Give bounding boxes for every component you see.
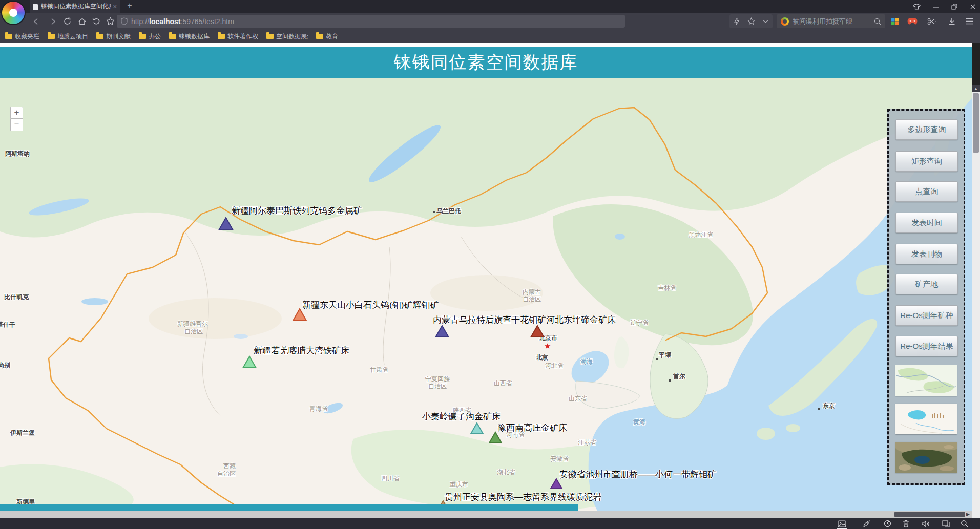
zoom-in-button[interactable]: +	[10, 107, 23, 119]
search-box[interactable]: 被间谍利用拍摄军舰	[777, 14, 885, 28]
page-footer-strip	[0, 504, 578, 511]
city-dot	[656, 358, 658, 360]
query-button[interactable]: Re-Os测年结果	[895, 336, 958, 356]
deposit-marker[interactable]	[550, 478, 563, 492]
url-text: http://localhost:59765/test2.htm	[131, 17, 234, 26]
history-restore-icon[interactable]	[882, 519, 893, 528]
folder-icon	[169, 34, 176, 39]
split-window-icon[interactable]	[940, 519, 951, 528]
screenshot-scissors-icon[interactable]	[924, 13, 940, 30]
search-icon[interactable]	[874, 18, 881, 25]
query-button[interactable]: 矿产地	[895, 274, 958, 294]
bookmark-label: 收藏夹栏	[15, 32, 39, 41]
satellite-basemap-thumbnail[interactable]	[895, 442, 957, 473]
refresh-button[interactable]	[60, 13, 74, 30]
map-zoom-control: + −	[10, 107, 23, 131]
minimize-button[interactable]	[933, 4, 939, 10]
page-viewport: 铼锇同位素空间数据库	[0, 43, 972, 518]
deposit-marker[interactable]	[435, 325, 449, 340]
bookmark-folder-item[interactable]: 教育	[316, 32, 338, 41]
query-button[interactable]: 发表刊物	[895, 244, 958, 264]
back-button[interactable]	[30, 13, 43, 30]
tool-panel: 多边形查询矩形查询点查询发表时间发表刊物矿产地Re-Os测年矿种Re-Os测年结…	[887, 109, 965, 485]
folder-icon	[48, 34, 55, 39]
folder-icon	[266, 34, 274, 39]
new-tab-button[interactable]: +	[124, 1, 135, 10]
deposit-marker[interactable]	[530, 325, 545, 340]
page-search-icon[interactable]	[958, 519, 970, 528]
light-basemap-thumbnail[interactable]	[895, 404, 957, 434]
bookmark-label: 地质云项目	[57, 32, 88, 41]
browser-logo-icon[interactable]	[2, 2, 25, 24]
games-icon[interactable]	[906, 13, 919, 30]
bookmark-folder-item[interactable]: 地质云项目	[48, 32, 88, 41]
street-basemap-thumbnail[interactable]	[895, 365, 957, 396]
zoom-out-button[interactable]: −	[10, 119, 23, 131]
search-engine-logo-icon	[781, 17, 789, 26]
bookmark-folder-item[interactable]: 空间数据展示	[266, 32, 308, 41]
trash-cleaner-icon[interactable]	[900, 519, 911, 528]
deposit-marker[interactable]	[470, 422, 484, 437]
browser-titlebar: 铼锇同位素数据库空间化展示 × +	[0, 0, 980, 13]
bookmarks-bar: 收藏夹栏地质云项目期刊文献办公铼锇数据库软件著作权空间数据展示教育	[0, 30, 980, 43]
bookmark-folder-item[interactable]: 期刊文献	[96, 32, 131, 41]
vertical-scrollbar[interactable]: ▲ ▼	[972, 85, 980, 529]
deposit-marker[interactable]	[488, 431, 503, 446]
download-icon[interactable]	[945, 13, 958, 30]
bookmark-label: 办公	[149, 32, 161, 41]
capital-star-icon: ★	[544, 342, 551, 350]
folder-icon	[96, 34, 103, 39]
bookmark-folder-item[interactable]: 办公	[139, 32, 161, 41]
vertical-scrollbar-thumb[interactable]	[973, 93, 979, 153]
deposit-marker[interactable]	[242, 355, 257, 370]
folder-icon	[218, 34, 225, 39]
apps-grid-icon[interactable]	[889, 13, 901, 30]
theme-skin-icon[interactable]	[913, 4, 921, 10]
address-bar[interactable]: http://localhost:59765/test2.htm	[117, 15, 625, 28]
query-button[interactable]: 发表时间	[895, 213, 958, 233]
bookmark-folder-item[interactable]: 铼锇数据库	[169, 32, 210, 41]
bookmark-folder-item[interactable]: 软件著作权	[218, 32, 258, 41]
query-button[interactable]: 点查询	[895, 181, 958, 202]
bookmark-folder-item[interactable]: 收藏夹栏	[5, 32, 39, 41]
browser-tab[interactable]: 铼锇同位素数据库空间化展示 ×	[30, 0, 120, 13]
shield-icon	[121, 17, 128, 25]
deposit-marker[interactable]	[292, 308, 307, 324]
browser-toolbar: http://localhost:59765/test2.htm 被间谍利用拍摄…	[0, 13, 980, 30]
undo-button[interactable]	[90, 13, 103, 30]
basemap-canvas	[0, 78, 972, 511]
page-header: 铼锇同位素空间数据库	[0, 47, 972, 78]
home-button[interactable]	[75, 13, 89, 30]
menu-icon[interactable]	[963, 13, 976, 30]
folder-icon	[5, 34, 12, 39]
map-viewport[interactable]: + − 阿斯塔纳比什凯克塔什干尚别伊斯兰堡新德里乌兰巴托黑龙江省吉林省内蒙古自治…	[0, 78, 972, 511]
images-toggle-icon[interactable]	[836, 519, 847, 528]
query-button[interactable]: 矩形查询	[895, 151, 958, 172]
bookmark-label: 铼锇数据库	[179, 32, 210, 41]
city-dot	[433, 211, 435, 213]
horizontal-scrollbar-thumb[interactable]	[894, 512, 965, 517]
bookmark-label: 软件著作权	[227, 32, 258, 41]
browser-statusbar	[0, 518, 980, 529]
scroll-up-arrow-icon[interactable]: ▲	[972, 85, 980, 92]
horizontal-scrollbar[interactable]: ▶	[0, 511, 972, 518]
restore-button[interactable]	[951, 4, 957, 10]
close-window-button[interactable]	[970, 4, 976, 10]
city-dot	[818, 408, 820, 410]
boost-rocket-icon[interactable]	[861, 519, 872, 528]
folder-icon	[316, 34, 323, 39]
browser-window: 铼锇同位素数据库空间化展示 × +	[0, 0, 980, 529]
volume-icon[interactable]	[920, 519, 931, 528]
query-button[interactable]: 多边形查询	[895, 119, 958, 140]
scroll-right-arrow-icon[interactable]: ▶	[966, 512, 970, 517]
lightning-icon[interactable]	[734, 17, 740, 26]
search-suggestion-text: 被间谍利用拍摄军舰	[793, 17, 870, 26]
tab-close-icon[interactable]: ×	[113, 3, 117, 10]
query-button[interactable]: Re-Os测年矿种	[895, 305, 958, 326]
bookmark-star-icon[interactable]	[747, 17, 755, 25]
chevron-down-icon[interactable]	[763, 19, 768, 24]
deposit-marker[interactable]	[218, 217, 234, 232]
page-favicon-icon	[33, 3, 39, 10]
favorite-star-button[interactable]	[103, 13, 117, 30]
forward-button[interactable]	[46, 13, 59, 30]
